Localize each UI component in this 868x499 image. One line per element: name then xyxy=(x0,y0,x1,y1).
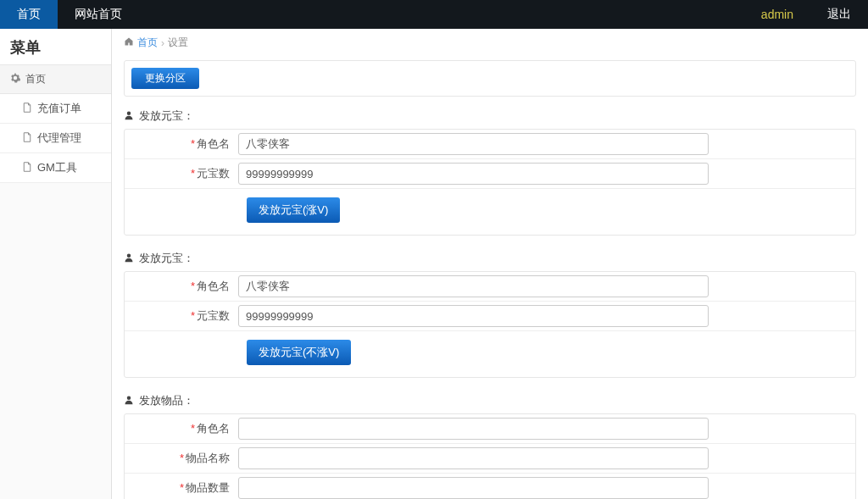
nav-site-home[interactable]: 网站首页 xyxy=(58,0,139,29)
field-label: 元宝数 xyxy=(197,309,230,322)
field-label: 物品名称 xyxy=(186,452,230,464)
breadcrumb-sep: › xyxy=(161,37,164,49)
user-icon xyxy=(124,110,134,123)
panel-zone-switch: 更换分区 xyxy=(124,60,856,97)
file-icon xyxy=(22,162,32,175)
sidebar-item-agent[interactable]: 代理管理 xyxy=(0,124,111,153)
yuanbao-count-input-1[interactable] xyxy=(238,305,709,327)
switch-zone-button[interactable]: 更换分区 xyxy=(131,68,199,89)
item-name-input[interactable] xyxy=(238,447,709,469)
sidebar-title: 菜单 xyxy=(0,29,111,64)
role-name-input-0[interactable] xyxy=(238,133,709,155)
main-content: 首页 › 设置 更换分区 发放元宝： *角色名 *元宝数 xyxy=(112,29,868,499)
sidebar: 菜单 首页 充值订单 代理管理 GM工具 xyxy=(0,29,112,499)
sidebar-item-gmtools[interactable]: GM工具 xyxy=(0,153,111,183)
nav-home[interactable]: 首页 xyxy=(0,0,58,29)
yuanbao-count-input-0[interactable] xyxy=(238,163,709,185)
field-label: 物品数量 xyxy=(186,481,230,494)
breadcrumb-current: 设置 xyxy=(168,36,188,50)
field-label: 元宝数 xyxy=(197,167,230,180)
nav-admin[interactable]: admin xyxy=(744,0,810,29)
section-title-text: 发放元宝： xyxy=(139,251,194,266)
file-icon xyxy=(22,132,32,145)
send-yuanbao-novip-button[interactable]: 发放元宝(不涨V) xyxy=(247,340,351,365)
breadcrumb-home[interactable]: 首页 xyxy=(137,36,158,50)
role-name-input-1[interactable] xyxy=(238,275,709,297)
top-nav: 首页 网站首页 admin 退出 xyxy=(0,0,868,29)
nav-logout[interactable]: 退出 xyxy=(810,0,868,29)
sidebar-item-recharge[interactable]: 充值订单 xyxy=(0,94,111,124)
field-label: 角色名 xyxy=(197,280,230,292)
item-count-input[interactable] xyxy=(238,477,709,499)
sidebar-item-label: GM工具 xyxy=(37,160,77,175)
send-yuanbao-vip-button[interactable]: 发放元宝(涨V) xyxy=(247,197,340,223)
user-icon xyxy=(124,395,134,408)
panel-2: *角色名 *物品名称 *物品数量 发放物品 xyxy=(124,413,856,499)
user-icon xyxy=(124,252,134,265)
breadcrumb: 首页 › 设置 xyxy=(112,29,868,57)
panel-1: *角色名 *元宝数 发放元宝(不涨V) xyxy=(124,271,856,378)
section-title-0: 发放元宝： xyxy=(124,108,856,124)
section-title-1: 发放元宝： xyxy=(124,251,856,266)
section-title-text: 发放元宝： xyxy=(139,108,194,124)
field-label: 角色名 xyxy=(197,137,230,150)
section-title-text: 发放物品： xyxy=(139,393,194,408)
sidebar-group-home[interactable]: 首页 xyxy=(0,64,111,94)
panel-0: *角色名 *元宝数 发放元宝(涨V) xyxy=(124,129,856,236)
sidebar-group-label: 首页 xyxy=(25,72,46,86)
sidebar-item-label: 充值订单 xyxy=(37,101,81,116)
sidebar-item-label: 代理管理 xyxy=(37,130,81,146)
section-title-2: 发放物品： xyxy=(124,393,856,408)
file-icon xyxy=(22,103,32,115)
gear-icon xyxy=(10,73,20,86)
role-name-input-2[interactable] xyxy=(238,418,709,440)
home-icon xyxy=(124,36,134,49)
field-label: 角色名 xyxy=(197,422,230,435)
